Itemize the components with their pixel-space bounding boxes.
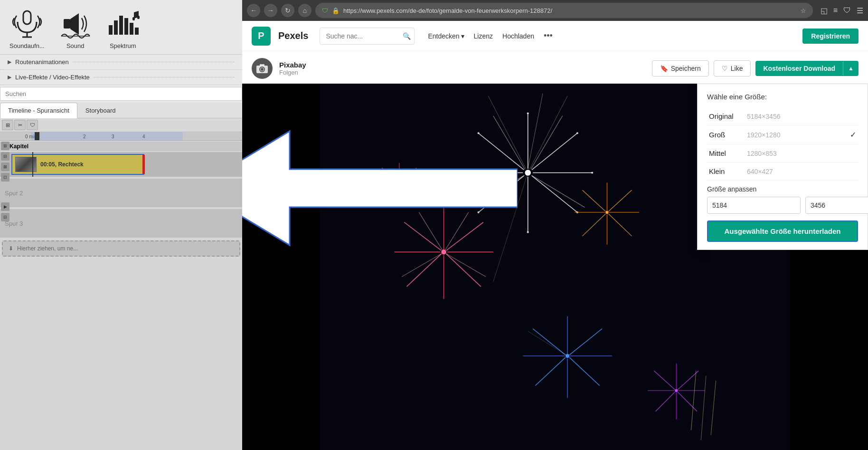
browser-chrome: ← → ↻ ⌂ 🛡 🔒 https://www.pexels.com/de-de…	[242, 0, 868, 21]
forward-button[interactable]: →	[264, 4, 277, 17]
svg-point-35	[576, 132, 578, 134]
track-icon-5[interactable]: ▶	[1, 202, 9, 211]
track-3: Spur 3	[0, 209, 242, 238]
svg-rect-3	[64, 19, 70, 29]
search-input[interactable]	[0, 87, 242, 101]
track-side-icons: ⊞ ⊟ ⊠ ⊡ ▶ ⊟	[1, 142, 9, 221]
size-dims-gross: 1920×1280	[747, 131, 850, 139]
pexels-brand: Pexels	[278, 30, 308, 41]
size-option-gross[interactable]: Groß 1920×1280 ✓	[707, 125, 858, 144]
media-icons-row: Soundaufn... Sound	[0, 0, 242, 55]
svg-rect-16	[260, 64, 264, 66]
routenanimationen-section[interactable]: ▶ Routenanimationen	[0, 55, 242, 70]
size-check-icon: ✓	[850, 130, 856, 139]
chapter-track: Kapitel	[0, 142, 242, 151]
clip-time-label: 00:05, Rechteck	[40, 161, 84, 168]
like-button[interactable]: ♡ Like	[714, 60, 751, 77]
size-option-mittel[interactable]: Mittel 1280×853	[707, 144, 858, 163]
svg-point-73	[398, 182, 400, 183]
save-button[interactable]: 🔖 Speichern	[652, 60, 709, 77]
tab-timeline[interactable]: Timeline - Spuransicht	[0, 103, 77, 118]
home-button[interactable]: ⌂	[298, 4, 311, 17]
spektrum-icon-item[interactable]: Spektrum	[106, 9, 140, 49]
size-name-original: Original	[709, 112, 747, 120]
spektrum-icon	[106, 9, 140, 39]
svg-rect-11	[132, 17, 135, 20]
reload-button[interactable]: ↻	[281, 4, 294, 17]
svg-point-38	[527, 231, 529, 233]
svg-rect-5	[109, 25, 113, 35]
nav-lizenz[interactable]: Lizenz	[474, 32, 493, 40]
size-dims-original: 5184×3456	[747, 113, 856, 120]
nav-entdecken[interactable]: Entdecken ▾	[428, 32, 464, 40]
firefox-shield-icon[interactable]: 🛡	[843, 6, 851, 15]
clip-end-marker	[142, 155, 145, 174]
bookmark-star-icon[interactable]: ☆	[801, 7, 806, 14]
size-option-klein[interactable]: Klein 640×427	[707, 163, 858, 181]
svg-point-40	[462, 172, 464, 173]
pexels-search-input[interactable]	[320, 28, 415, 45]
track-icon-1[interactable]: ⊞	[1, 142, 9, 150]
sound-icon-item[interactable]: Sound	[59, 9, 92, 49]
drop-zone[interactable]: ⬇ Hierher ziehen, um ne...	[2, 240, 240, 257]
size-option-original[interactable]: Original 5184×3456	[707, 107, 858, 125]
svg-rect-10	[135, 28, 139, 35]
clip-item[interactable]: 00:05, Rechteck	[11, 154, 144, 175]
track-2: Spur 2	[0, 179, 242, 207]
playhead-marker	[35, 132, 39, 140]
menu-icon[interactable]: ☰	[857, 6, 863, 15]
spektrum-label: Spektrum	[110, 42, 136, 49]
track-icon-2[interactable]: ⊟	[1, 152, 9, 161]
live-effekte-arrow: ▶	[8, 74, 11, 80]
download-chevron-icon[interactable]: ▲	[843, 61, 859, 76]
back-button[interactable]: ←	[247, 4, 260, 17]
nav-hochladen[interactable]: Hochladen	[502, 32, 534, 40]
search-icon: 🔍	[403, 32, 411, 40]
soundaufnahme-icon-item[interactable]: Soundaufn...	[9, 9, 45, 49]
search-wrap: 🔍	[320, 28, 415, 45]
live-effekte-label: Live-Effekte / Video-Effekte	[15, 74, 90, 81]
playhead-line	[32, 152, 33, 177]
camera-icon	[255, 63, 269, 74]
svg-rect-12	[137, 16, 140, 19]
main-content: Wähle eine Größe: Original 5184×3456 Gro…	[242, 84, 868, 450]
size-name-gross: Groß	[709, 131, 747, 139]
timeline-ruler: 0 min 2 3 4	[0, 132, 242, 141]
track-icon-3[interactable]: ⊠	[1, 163, 9, 171]
ruler-highlight	[31, 132, 183, 140]
custom-width-input[interactable]	[707, 197, 801, 214]
svg-point-36	[591, 172, 593, 173]
lock-icon: 🔒	[332, 7, 340, 14]
custom-height-input[interactable]	[805, 197, 868, 214]
download-button[interactable]: Kostenloser Download ▲	[755, 61, 859, 76]
pocket-icon[interactable]: ◱	[821, 6, 828, 15]
tl-btn-cut[interactable]: ✂	[14, 120, 26, 130]
tl-btn-grid[interactable]: ⊞	[2, 120, 13, 130]
pexels-logo[interactable]: P	[252, 27, 271, 46]
nav-more-dots[interactable]: •••	[544, 31, 553, 41]
routenanimationen-label: Routenanimationen	[15, 58, 69, 66]
svg-point-15	[261, 68, 264, 71]
custom-size-inputs	[707, 197, 858, 214]
photographer-info: Pixabay Folgen	[279, 61, 306, 76]
url-bar[interactable]: 🛡 🔒 https://www.pexels.com/de-de/foto/ge…	[315, 3, 813, 18]
size-dims-mittel: 1280×853	[747, 150, 856, 157]
live-effekte-section[interactable]: ▶ Live-Effekte / Video-Effekte	[0, 70, 242, 85]
routenanimationen-arrow: ▶	[8, 59, 11, 65]
track-icon-6[interactable]: ⊟	[1, 213, 9, 221]
svg-rect-7	[119, 16, 123, 35]
pexels-nav: Entdecken ▾ Lizenz Hochladen •••	[428, 31, 552, 41]
tab-storyboard[interactable]: Storyboard	[77, 103, 124, 118]
tl-btn-shield[interactable]: 🛡	[27, 120, 38, 130]
download-label: Kostenloser Download	[755, 61, 843, 76]
size-name-mittel: Mittel	[709, 149, 747, 157]
register-button[interactable]: Registrieren	[802, 29, 859, 44]
browser-panel: ← → ↻ ⌂ 🛡 🔒 https://www.pexels.com/de-de…	[242, 0, 868, 450]
browser-right-icons: ◱ ≡ 🛡 ☰	[821, 6, 863, 15]
download-full-button[interactable]: Ausgewählte Größe herunterladen	[707, 220, 858, 242]
svg-point-42	[441, 249, 446, 254]
history-icon[interactable]: ≡	[833, 6, 838, 15]
track-icon-4[interactable]: ⊡	[1, 173, 9, 182]
download-dropdown: Wähle eine Größe: Original 5184×3456 Gro…	[697, 84, 868, 250]
action-buttons: 🔖 Speichern ♡ Like Kostenloser Download …	[652, 60, 859, 77]
